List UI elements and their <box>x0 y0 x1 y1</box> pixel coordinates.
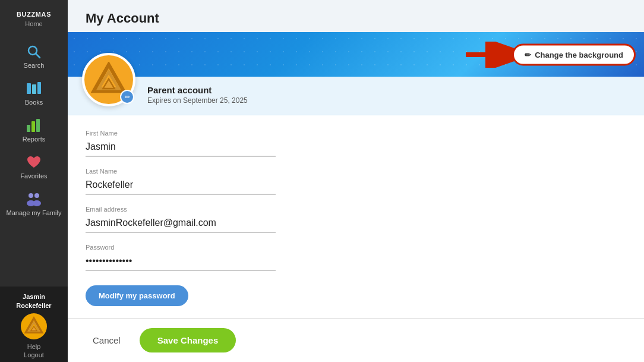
sidebar-footer-links: Help Logout <box>24 343 44 358</box>
last-name-group: Last Name <box>86 168 626 195</box>
email-label: Email address <box>86 206 626 213</box>
modify-password-button[interactable]: Modify my password <box>86 285 188 306</box>
save-changes-button[interactable]: Save Changes <box>140 328 236 352</box>
sidebar-item-reports[interactable]: Reports <box>0 111 68 147</box>
pencil-icon: ✏ <box>525 50 531 59</box>
page-title: My Account <box>68 0 644 32</box>
sidebar-user-avatar[interactable] <box>21 313 47 339</box>
reports-icon <box>25 117 43 134</box>
buzzmash-logo-icon: BUZZMASH <box>17 8 51 20</box>
svg-rect-3 <box>27 83 31 94</box>
edit-pencil-icon: ✏ <box>125 93 130 101</box>
svg-rect-8 <box>36 119 40 132</box>
sidebar-nav: Search Books Reports <box>0 37 68 287</box>
footer-bar: Cancel Save Changes <box>68 318 644 362</box>
password-group: Password <box>86 244 626 271</box>
last-name-label: Last Name <box>86 168 626 175</box>
hero-banner: ✏ Change the background <box>68 32 644 77</box>
svg-text:BUZZMASH: BUZZMASH <box>17 11 51 18</box>
favorites-heart-icon <box>25 153 43 171</box>
last-name-input[interactable] <box>86 177 276 195</box>
change-background-button[interactable]: ✏ Change the background <box>512 43 636 65</box>
sidebar-item-search[interactable]: Search <box>0 37 68 74</box>
account-expiry: Expires on September 25, 2025 <box>147 96 248 105</box>
account-type: Parent account <box>147 85 248 95</box>
profile-info: Parent account Expires on September 25, … <box>147 85 248 105</box>
sidebar-item-manage-family[interactable]: Manage my Family <box>0 184 68 222</box>
search-icon <box>25 43 43 61</box>
svg-rect-4 <box>32 84 36 94</box>
first-name-group: First Name <box>86 130 626 157</box>
sidebar-item-reports-label: Reports <box>23 136 46 143</box>
sidebar-item-manage-family-label: Manage my Family <box>7 209 62 217</box>
sidebar: BUZZMASH Home Search Books <box>0 0 68 362</box>
svg-rect-5 <box>37 82 41 94</box>
email-group: Email address <box>86 206 626 233</box>
change-background-label: Change the background <box>535 50 623 59</box>
logout-link[interactable]: Logout <box>24 351 44 358</box>
first-name-input[interactable] <box>86 139 276 157</box>
sidebar-item-books[interactable]: Books <box>0 74 68 111</box>
password-label: Password <box>86 244 626 251</box>
avatar-triangle-icon <box>24 316 44 336</box>
sidebar-user-section: Jasmin Rockefeller Help Logout <box>0 287 68 362</box>
first-name-label: First Name <box>86 130 626 137</box>
sidebar-item-books-label: Books <box>25 99 43 106</box>
svg-rect-7 <box>31 121 35 132</box>
svg-rect-6 <box>27 125 30 132</box>
form-section: First Name Last Name Email address Passw… <box>68 115 644 318</box>
cancel-button[interactable]: Cancel <box>86 330 128 350</box>
family-icon <box>25 190 43 208</box>
svg-line-2 <box>36 54 40 58</box>
sidebar-user-name: Jasmin Rockefeller <box>16 292 51 310</box>
svg-point-9 <box>29 193 33 198</box>
app-logo-area[interactable]: BUZZMASH Home <box>17 0 51 37</box>
help-link[interactable]: Help <box>27 343 41 350</box>
svg-point-10 <box>34 193 39 198</box>
books-icon <box>25 80 43 97</box>
sidebar-item-favorites-label: Favorites <box>20 172 47 180</box>
profile-avatar-wrap: ✏ <box>82 53 135 106</box>
sidebar-item-search-label: Search <box>24 62 45 69</box>
sidebar-item-favorites[interactable]: Favorites <box>0 147 68 184</box>
svg-point-12 <box>33 200 41 206</box>
home-label[interactable]: Home <box>25 20 42 27</box>
main-content: My Account ✏ Change the background <box>68 0 644 362</box>
profile-row: ✏ Parent account Expires on September 25… <box>68 74 644 115</box>
email-input[interactable] <box>86 215 276 233</box>
password-input[interactable] <box>86 253 276 271</box>
edit-avatar-button[interactable]: ✏ <box>120 90 134 104</box>
